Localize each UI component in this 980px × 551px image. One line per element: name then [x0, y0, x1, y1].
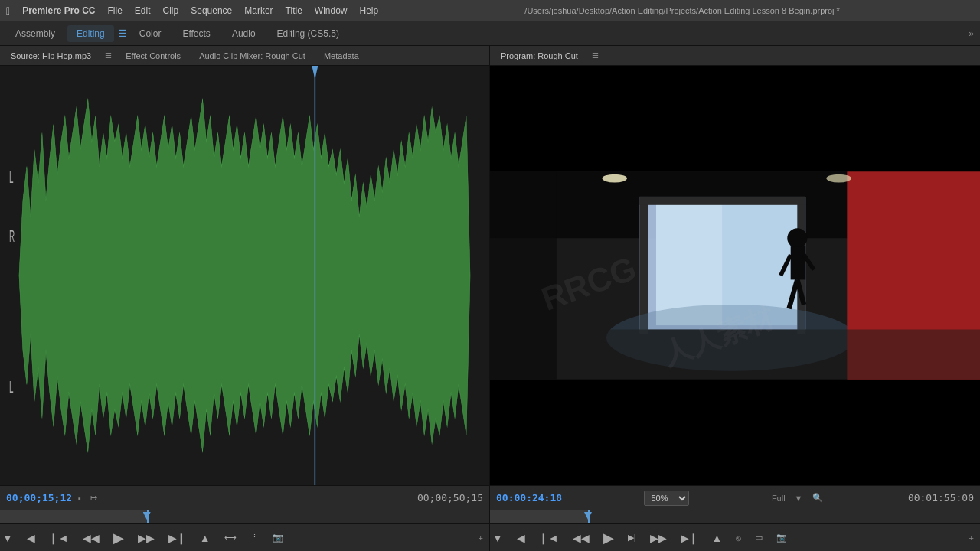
program-full-label: Full: [772, 494, 786, 503]
program-zoom-select[interactable]: 25% 50% 75% 100%: [644, 491, 689, 506]
source-add-btn[interactable]: +: [479, 533, 483, 543]
program-timecode-bar: 00:00:24:18 25% 50% 75% 100% Full ▼ 🔍 00…: [490, 485, 980, 510]
apple-logo-icon: : [6, 5, 10, 17]
tab-editing[interactable]: Editing: [67, 25, 114, 42]
program-scrubber-fill: [490, 510, 588, 523]
program-forward-btn[interactable]: ▶▶: [648, 530, 669, 546]
program-tab-main: Program: Rough Cut: [496, 50, 583, 62]
program-video-area: RRCG 人人素材: [490, 66, 980, 485]
source-timecode-out[interactable]: 00;00;50;15: [417, 492, 483, 504]
source-timecode-bar: 00;00;15;12 ▪ ↦ 00;00;50;15: [0, 485, 489, 510]
program-camera-btn[interactable]: 📷: [774, 530, 789, 545]
program-lift-btn[interactable]: ⎋: [733, 531, 743, 545]
source-mark-in-icon: ▪: [78, 494, 81, 503]
source-timecode-in[interactable]: 00;00;15;12: [6, 492, 72, 504]
source-forward-btn[interactable]: ▶▶: [136, 530, 157, 546]
source-tab-main[interactable]: Source: Hip Hop.mp3: [6, 50, 96, 62]
source-monitor: Source: Hip Hop.mp3 ☰ Effect Controls Au…: [0, 46, 490, 551]
app-name: Premiere Pro CC: [22, 5, 95, 16]
menu-window[interactable]: Window: [315, 5, 348, 16]
svg-rect-27: [490, 171, 557, 379]
program-mark-out-btn[interactable]: ▲: [710, 530, 725, 546]
workspace-tabs: Assembly Editing ☰ Color Effects Audio E…: [0, 21, 980, 46]
program-extract-btn[interactable]: ▭: [753, 530, 765, 545]
source-tab-audio-mixer[interactable]: Audio Clip Mixer: Rough Cut: [194, 50, 310, 62]
svg-rect-12: [639, 197, 648, 334]
source-back-btn[interactable]: ◀◀: [80, 530, 102, 546]
tab-effects[interactable]: Effects: [173, 25, 219, 42]
program-monitor: Program: Rough Cut ☰: [490, 46, 980, 551]
editing-tab-settings-icon[interactable]: ☰: [119, 28, 127, 39]
source-insert-btn[interactable]: ⟷: [222, 530, 239, 545]
menu-clip[interactable]: Clip: [163, 5, 179, 16]
program-add-btn[interactable]: +: [969, 533, 974, 543]
svg-text:L: L: [9, 378, 14, 396]
program-mark-in-btn[interactable]: ▼: [490, 530, 505, 546]
source-play-btn[interactable]: ▶: [111, 527, 126, 549]
file-path: /Users/joshua/Desktop/Action Editing/Pro…: [390, 6, 974, 15]
source-goto-in-btn[interactable]: ◀: [24, 530, 38, 546]
svg-point-25: [826, 174, 851, 183]
program-zoom-controls: 25% 50% 75% 100%: [644, 491, 689, 506]
source-scrubber[interactable]: [0, 510, 489, 523]
source-shuttle-icon: ↦: [90, 493, 97, 503]
svg-text:R: R: [9, 227, 15, 246]
program-timecode[interactable]: 00:00:24:18: [496, 492, 562, 504]
menu-edit[interactable]: Edit: [135, 5, 151, 16]
program-play-btn[interactable]: ▶: [601, 527, 616, 549]
source-tab-metadata[interactable]: Metadata: [319, 50, 364, 62]
tab-color[interactable]: Color: [130, 25, 171, 42]
source-overwrite-btn[interactable]: ⋮: [248, 530, 261, 545]
program-panel-menu-icon[interactable]: ☰: [592, 51, 599, 60]
tab-editing-cs5[interactable]: Editing (CS5.5): [268, 25, 348, 42]
waveform-display: L L R R: [0, 66, 489, 485]
source-transport-bar: ▼ ◀ ❙◄ ◀◀ ▶ ▶▶ ▶❙ ▲ ⟷ ⋮ 📷 +: [0, 523, 489, 551]
menu-title[interactable]: Title: [286, 5, 302, 16]
source-step-fwd-btn[interactable]: ▶❙: [166, 530, 188, 546]
source-monitor-header: Source: Hip Hop.mp3 ☰ Effect Controls Au…: [0, 46, 489, 66]
waveform-svg: L L R R: [0, 66, 489, 485]
program-play-in-out-btn[interactable]: ▶|: [626, 530, 639, 545]
program-quality-dropdown-icon[interactable]: ▼: [795, 494, 803, 503]
menu-file[interactable]: File: [108, 5, 122, 16]
svg-rect-19: [791, 246, 806, 279]
menu-marker[interactable]: Marker: [244, 5, 273, 16]
program-back-btn[interactable]: ◀◀: [570, 530, 592, 546]
menu-bar:  Premiere Pro CC File Edit Clip Sequenc…: [0, 0, 980, 21]
menu-sequence[interactable]: Sequence: [191, 5, 232, 16]
program-fit-icon[interactable]: 🔍: [812, 493, 823, 503]
program-step-back-btn[interactable]: ❙◄: [537, 530, 561, 546]
program-transport-bar: ▼ ◀ ❙◄ ◀◀ ▶ ▶| ▶▶ ▶❙ ▲ ⎋ ▭ 📷 +: [490, 523, 980, 551]
program-duration: 00:01:55:00: [908, 492, 974, 504]
main-area: Source: Hip Hop.mp3 ☰ Effect Controls Au…: [0, 46, 980, 551]
video-preview: RRCG 人人素材: [490, 66, 980, 485]
tab-assembly[interactable]: Assembly: [6, 25, 64, 42]
svg-rect-14: [639, 197, 805, 205]
program-scrubber[interactable]: [490, 510, 980, 523]
program-goto-in-btn[interactable]: ◀: [514, 530, 528, 546]
source-mark-in-btn[interactable]: ▼: [0, 530, 15, 546]
tab-audio[interactable]: Audio: [223, 25, 265, 42]
svg-point-18: [787, 228, 807, 248]
svg-text:L: L: [9, 168, 14, 187]
source-tab-effect-controls[interactable]: Effect Controls: [121, 50, 185, 62]
source-camera-btn[interactable]: 📷: [270, 530, 286, 545]
program-monitor-header: Program: Rough Cut ☰: [490, 46, 980, 66]
video-scene-svg: RRCG 人人素材: [490, 66, 980, 485]
svg-point-24: [602, 174, 627, 183]
workspace-expand-icon[interactable]: »: [969, 28, 974, 39]
source-step-back-btn[interactable]: ❙◄: [47, 530, 71, 546]
source-video-area: L L R R: [0, 66, 489, 485]
source-panel-menu-icon[interactable]: ☰: [105, 51, 112, 60]
menu-help[interactable]: Help: [360, 5, 379, 16]
source-mark-out-btn[interactable]: ▲: [198, 530, 213, 546]
program-step-fwd-btn[interactable]: ▶❙: [678, 530, 701, 546]
source-scrubber-fill: [0, 510, 147, 523]
